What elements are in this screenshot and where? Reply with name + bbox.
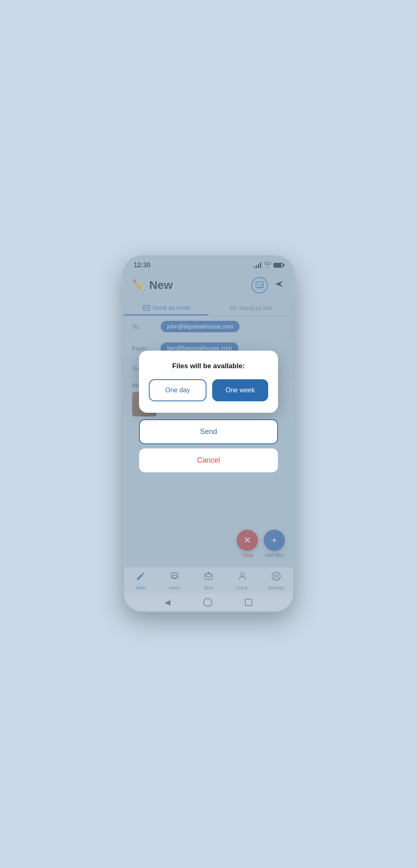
modal-overlay: Files will be avallable: One day One wee… bbox=[124, 257, 293, 611]
one-day-button[interactable]: One day bbox=[149, 379, 206, 401]
send-button[interactable]: Send bbox=[139, 419, 278, 444]
modal-title: Files will be avallable: bbox=[149, 362, 268, 370]
phone-frame: 12:30 ✏️ New bbox=[123, 255, 294, 613]
modal-buttons: One day One week bbox=[149, 379, 268, 401]
one-week-button[interactable]: One week bbox=[212, 379, 268, 401]
modal-card: Files will be avallable: One day One wee… bbox=[139, 351, 278, 413]
cancel-button[interactable]: Cancel bbox=[139, 448, 278, 472]
